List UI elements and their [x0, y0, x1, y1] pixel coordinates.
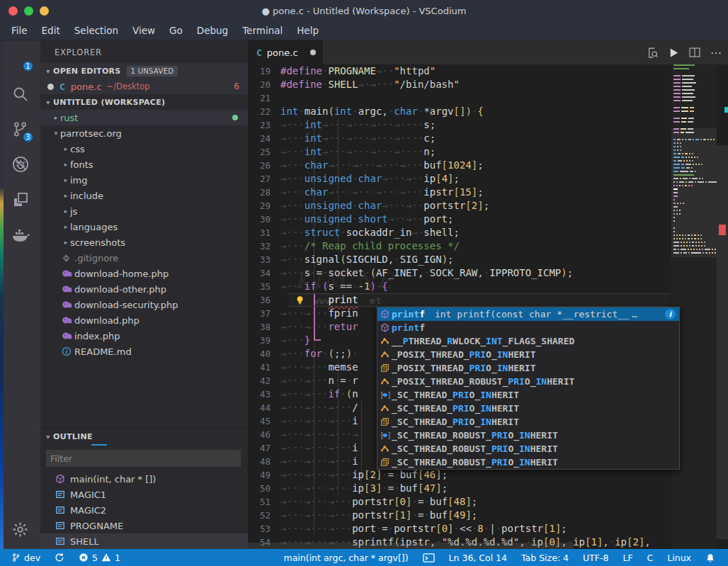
code-line[interactable]: 49→···→···→···ip[2]·=·buf[46]; [248, 468, 728, 482]
minimap-viewport[interactable] [671, 128, 717, 257]
code-line[interactable]: 27→···unsigned·char→···→··ip[4]; [248, 172, 728, 186]
status-bell[interactable] [700, 549, 721, 566]
run-button[interactable] [669, 47, 679, 58]
split-editor-icon[interactable] [689, 47, 700, 58]
status-main-int-argc-char-argv-[interactable]: main(int argc, char * argv[]) [278, 549, 414, 566]
outline-item-magic2[interactable]: MAGIC2 [40, 502, 248, 518]
code-line[interactable]: 50→···→···→···ip[3]·=·buf[47]; [248, 482, 728, 495]
open-editor-item[interactable]: Cpone.c~/Desktop6 [40, 79, 248, 94]
info-icon[interactable]: i [665, 309, 676, 319]
tree-item-rust[interactable]: ▸rust [40, 110, 248, 125]
status-utf-8[interactable]: UTF-8 [577, 549, 614, 566]
close-window-button[interactable] [8, 6, 18, 16]
code-line[interactable]: 30→···unsigned·short→··→··port; [248, 213, 728, 226]
outline-item-progname[interactable]: PROGNAME [40, 518, 248, 533]
suggestion-item[interactable]: _SC_THREAD_PRIO_INHERIT [377, 402, 679, 415]
status-dev[interactable]: dev [6, 549, 46, 566]
code-line[interactable]: 22int·main(int·argc,·char·*argv[])·{ [248, 105, 728, 118]
menu-selection[interactable]: Selection [67, 23, 125, 38]
menu-help[interactable]: Help [290, 23, 326, 38]
open-preview-icon[interactable] [647, 47, 659, 59]
tree-item-parrotsec-org[interactable]: ▾parrotsec.org [40, 125, 248, 141]
code-line[interactable]: 32→···/* Reap child processes */ [248, 239, 728, 253]
code-line[interactable]: 21 [248, 91, 728, 105]
tree-item-screenshots[interactable]: ▸screenshots [40, 234, 248, 250]
code-line[interactable]: 28→···char→···→···→···→···ipstr[15]; [248, 186, 728, 199]
suggestion-item[interactable]: __PTHREAD_RWLOCK_INT_FLAGS_SHARED [377, 334, 679, 348]
tree-item-index-php[interactable]: index.php [40, 328, 248, 344]
activity-source-control[interactable]: 3 [0, 111, 40, 147]
code-line[interactable]: 36 print [248, 293, 728, 307]
suggestion-item[interactable]: []_SC_THREAD_ROBUST_PRIO_INHERIT [377, 429, 679, 442]
code-line[interactable]: 29→···unsigned·char→···→··portstr[2]; [248, 199, 728, 213]
code-line[interactable]: 19#define·PROGNAME→··"httpd" [248, 64, 728, 78]
tree-item-download-security-php[interactable]: download-security.php [40, 297, 248, 312]
modified-dot-icon[interactable] [310, 50, 316, 55]
tree-item-download-other-php[interactable]: download-other.php [40, 281, 248, 297]
code-line[interactable]: 51→···→···→···portstr[0]·=·buf[48]; [248, 495, 728, 509]
tree-item-download-home-php[interactable]: download-home.php [40, 266, 248, 281]
more-actions-icon[interactable]: ⋯ [710, 46, 722, 60]
menu-file[interactable]: File [4, 23, 35, 38]
suggestion-item[interactable]: printfint printf(const char *__restrict_… [377, 307, 679, 321]
activity-search[interactable] [0, 76, 40, 111]
status-c[interactable]: C [642, 549, 659, 566]
activity-explorer[interactable]: 1 [0, 40, 40, 76]
status-sync[interactable] [49, 549, 70, 566]
tab-pone-c[interactable]: C pone.c [248, 40, 323, 64]
status-linux[interactable]: Linux [661, 549, 697, 566]
code-line[interactable]: 35→···if·(s·==·-1)·{ [248, 280, 728, 293]
activity-debug[interactable] [0, 147, 40, 182]
outline-item-main-int-char-[interactable]: main(int, char * []) [40, 471, 248, 487]
menu-edit[interactable]: Edit [35, 23, 67, 38]
code-line[interactable]: 20#define·SHELL→·→···"/bin/bash" [248, 78, 728, 91]
code-editor[interactable]: KIM NE www et 19#define·PROGNAME→··"http… [248, 64, 728, 549]
suggestion-item[interactable]: _SC_THREAD_ROBUST_PRIO_INHERIT [377, 442, 679, 455]
code-line[interactable]: 25→···int→···→···→···→····n; [248, 145, 728, 159]
code-line[interactable]: 34→···s·=·socket·(AF_INET,·SOCK_RAW,·IPP… [248, 266, 728, 280]
suggestion-item[interactable]: _POSIX_THREAD_ROBUST_PRIO_INHERIT [377, 375, 679, 388]
tree-item--gitignore[interactable]: .gitignore [40, 250, 248, 266]
status-5[interactable]: 51 [73, 549, 126, 566]
outline-item-magic1[interactable]: MAGIC1 [40, 487, 248, 502]
suggestion-item[interactable]: _SC_THREAD_ROBUST_PRIO_INHERIT [377, 455, 679, 469]
menu-terminal[interactable]: Terminal [235, 23, 290, 38]
status-terminal[interactable] [417, 549, 440, 566]
status-tab-size-4[interactable]: Tab Size: 4 [516, 549, 574, 566]
activity-docker[interactable] [0, 217, 40, 253]
menu-view[interactable]: View [125, 23, 162, 38]
open-editors-header[interactable]: ▾ OPEN EDITORS 1 UNSAVED [40, 63, 248, 79]
suggestion-item[interactable]: _POSIX_THREAD_PRIO_INHERIT [377, 361, 679, 375]
activity-settings[interactable] [0, 515, 40, 543]
code-line[interactable]: 24→···int→···→···→···→····c; [248, 132, 728, 145]
code-line[interactable]: 52→···→···→···portstr[1]·=·buf[49]; [248, 509, 728, 522]
suggestion-item[interactable]: _POSIX_THREAD_PRIO_INHERIT [377, 348, 679, 361]
activity-extensions[interactable] [0, 182, 40, 217]
vertical-scrollbar[interactable] [717, 145, 728, 539]
tree-item-css[interactable]: ▸css [40, 141, 248, 157]
suggestion-item[interactable]: _SC_THREAD_PRIO_INHERIT [377, 415, 679, 429]
code-line[interactable]: 53→···→···→···port·=·portstr[0]·<<·8·|·p… [248, 522, 728, 536]
code-line[interactable]: 33→···signal(SIGCHLD,·SIG_IGN); [248, 253, 728, 266]
status-lf[interactable]: LF [617, 549, 638, 566]
menu-go[interactable]: Go [162, 23, 190, 38]
tree-item-include[interactable]: ▸include [40, 188, 248, 203]
status-ln-36-col-14[interactable]: Ln 36, Col 14 [443, 549, 513, 566]
tree-item-img[interactable]: ▸img [40, 172, 248, 188]
tree-item-fonts[interactable]: ▸fonts [40, 157, 248, 172]
outline-item-shell[interactable]: SHELL [40, 533, 248, 549]
lightbulb-icon[interactable] [295, 295, 305, 305]
code-line[interactable]: 26→···char→···→···→···→···buf[1024]; [248, 159, 728, 172]
code-line[interactable]: 31→···struct·sockaddr_in→·shell; [248, 226, 728, 239]
horizontal-scrollbar[interactable] [248, 543, 574, 549]
suggestion-item[interactable]: printf [377, 321, 679, 334]
outline-filter-input[interactable] [46, 453, 241, 464]
tree-item-download-php[interactable]: download.php [40, 312, 248, 328]
tree-item-js[interactable]: ▸js [40, 203, 248, 219]
workspace-header[interactable]: ▾ UNTITLED (WORKSPACE) [40, 94, 248, 110]
outline-header[interactable]: ▾ OUTLINE [40, 429, 248, 444]
title-bar[interactable]: ● pone.c - Untitled (Workspace) - VSCodi… [0, 0, 728, 21]
maximize-window-button[interactable] [24, 6, 33, 16]
tree-item-languages[interactable]: ▸languages [40, 219, 248, 234]
menu-debug[interactable]: Debug [190, 23, 235, 38]
